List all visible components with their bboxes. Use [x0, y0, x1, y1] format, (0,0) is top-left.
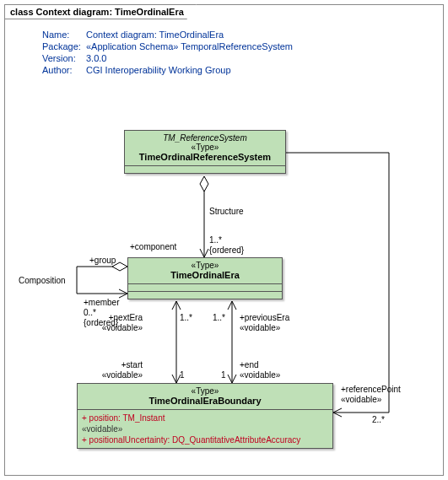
- frame-title: Context diagram: TimeOrdinalEra: [36, 7, 184, 17]
- diagram-frame: class Context diagram: TimeOrdinalEra Na…: [4, 4, 444, 476]
- role-next-era: +nextEra: [109, 313, 143, 322]
- ordered-constraint: {ordered}: [209, 245, 245, 255]
- frame-keyword: class: [10, 7, 34, 17]
- class-name: TimeOrdinalEra: [133, 270, 277, 280]
- attribute: + position: TM_Instant: [82, 413, 328, 423]
- class-name: TimeOrdinalEraBoundary: [83, 396, 327, 406]
- role-component: +component: [130, 242, 177, 251]
- class-time-ordinal-era[interactable]: «Type» TimeOrdinalEra: [127, 257, 283, 299]
- class-name: TimeOrdinalReferenceSystem: [130, 152, 280, 162]
- meta-author: CGI Interoperability Working Group: [86, 65, 231, 75]
- meta-version: 3.0.0: [86, 53, 106, 63]
- voidable-tag: «voidable»: [102, 370, 143, 380]
- voidable-tag: «voidable»: [341, 395, 382, 404]
- role-reference-point: +referencePoint: [341, 385, 401, 394]
- voidable-tag: «voidable»: [102, 323, 143, 332]
- role-group: +group: [89, 256, 116, 265]
- attribute: + positionalUncertainty: DQ_Quantitative…: [82, 434, 328, 445]
- ordered-constraint: {ordered}: [84, 318, 119, 327]
- meta-name: Context diagram: TimeOrdinalEra: [86, 30, 224, 40]
- role-member: +member: [84, 298, 120, 307]
- mult-1-star: 1..*: [180, 313, 192, 322]
- class-time-ordinal-era-boundary[interactable]: «Type» TimeOrdinalEraBoundary + position…: [77, 383, 333, 449]
- mult-0-star: 0..*: [84, 308, 96, 317]
- voidable-tag: «voidable»: [240, 323, 281, 332]
- mult-1-star: 1..*: [209, 235, 222, 245]
- class-time-ordinal-reference-system[interactable]: TM_ReferenceSystem «Type» TimeOrdinalRef…: [124, 130, 286, 174]
- class-stereotype: «Type»: [130, 143, 280, 152]
- role-end: +end: [240, 360, 259, 369]
- meta-package-label: Package:: [42, 40, 86, 52]
- voidable-label: «voidable»: [82, 423, 328, 434]
- meta-package: «Application Schema» TemporalReferenceSy…: [86, 41, 293, 51]
- mult-1: 1: [180, 370, 185, 380]
- voidable-tag: «voidable»: [240, 370, 281, 380]
- mult-1: 1: [221, 370, 226, 380]
- assoc-composition-label: Composition: [19, 276, 66, 285]
- class-parent: TM_ReferenceSystem: [130, 133, 280, 143]
- meta-version-label: Version:: [42, 52, 86, 64]
- role-previous-era: +previousEra: [240, 313, 290, 322]
- svg-marker-2: [112, 262, 127, 271]
- svg-marker-1: [200, 176, 208, 191]
- class-stereotype: «Type»: [133, 261, 277, 270]
- meta-name-label: Name:: [42, 29, 86, 40]
- class-stereotype: «Type»: [83, 386, 327, 396]
- mult-1-star: 1..*: [213, 313, 225, 322]
- diagram-metadata: Name:Context diagram: TimeOrdinalEra Pac…: [42, 29, 293, 76]
- frame-tab: class Context diagram: TimeOrdinalEra: [4, 4, 197, 19]
- assoc-structure-label: Structure: [209, 207, 244, 216]
- mult-2-star: 2..*: [372, 415, 385, 424]
- role-start: +start: [121, 360, 143, 369]
- meta-author-label: Author:: [42, 64, 86, 76]
